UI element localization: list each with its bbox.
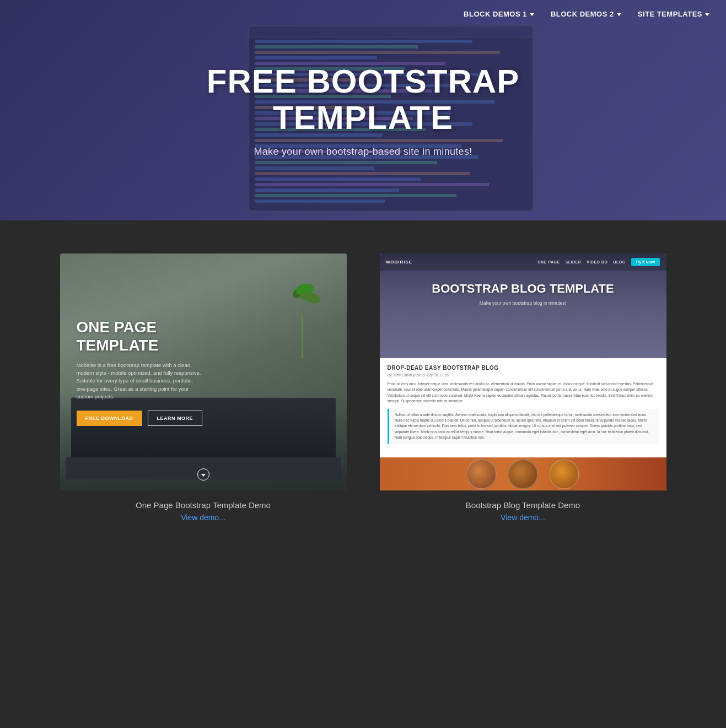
card-info-blog: Bootstrap Blog Template Demo View demo..… — [466, 500, 580, 522]
template-preview-one-page[interactable]: ONE PAGE TEMPLATE Mobirise is a free boo… — [60, 254, 347, 490]
blog-nav-slider: SLIDER — [566, 260, 582, 264]
learn-more-button[interactable]: LEARN MORE — [148, 411, 203, 426]
food-circles — [380, 457, 666, 490]
blog-brand-label: MOBIRISE — [386, 260, 413, 265]
blog-nav-video: VIDEO BO — [587, 260, 607, 264]
blog-preview-header: MOBIRISE ONE PAGE SLIDER VIDEO BO BLOG T… — [380, 254, 666, 358]
nav-block-demos-1[interactable]: BLOCK DEMOS 1 — [464, 10, 534, 18]
template-card-one-page: ONE PAGE TEMPLATE Mobirise is a free boo… — [60, 254, 347, 522]
nav-block-demos-2[interactable]: BLOCK DEMOS 2 — [551, 10, 621, 18]
hero-section: FREE BOOTSTRAP TEMPLATE Make your own bo… — [0, 0, 726, 220]
card-link-blog[interactable]: View demo... — [466, 513, 580, 522]
blog-post-title: DROP-DEAD EASY BOOTSTRAP BLOG — [388, 365, 659, 371]
template-card-blog: MOBIRISE ONE PAGE SLIDER VIDEO BO BLOG T… — [380, 254, 666, 522]
blog-hero-content: BOOTSTRAP BLOG TEMPLATE Make your own bo… — [380, 271, 666, 306]
blog-blockquote: Nullam ut tellus a ante dictum sagittis.… — [388, 409, 659, 444]
one-page-preview-desc: Mobirise is a free bootstrap template wi… — [77, 362, 203, 401]
nav-site-templates[interactable]: SITE TEMPLATES — [638, 10, 709, 18]
blog-quote-text: Nullam ut tellus a ante dictum sagittis.… — [395, 412, 653, 441]
blog-nav-one-page: ONE PAGE — [537, 260, 560, 264]
chevron-down-icon — [530, 13, 534, 16]
blog-nav-blog: BLOG — [613, 260, 625, 264]
blog-preview-title: BOOTSTRAP BLOG TEMPLATE — [432, 282, 614, 296]
blog-post-byline: By John Smith posted July 30, 2016 — [388, 373, 659, 377]
hero-content: FREE BOOTSTRAP TEMPLATE Make your own bo… — [0, 0, 726, 220]
one-page-cta-buttons: FREE DOWNLOAD LEARN MORE — [77, 411, 330, 426]
blog-preview-subtitle: Make your own bootstrap blog in minutes! — [480, 300, 566, 306]
blog-try-button[interactable]: Try It Now! — [631, 258, 660, 266]
blog-food-strip — [380, 457, 666, 490]
navigation: BLOCK DEMOS 1 BLOCK DEMOS 2 SITE TEMPLAT… — [447, 0, 726, 28]
blog-nav-items: ONE PAGE SLIDER VIDEO BO BLOG Try It Now… — [537, 258, 659, 266]
free-download-button[interactable]: FREE DOWNLOAD — [77, 411, 142, 426]
card-title-one-page: One Page Bootstrap Template Demo — [136, 500, 271, 510]
chevron-down-icon — [617, 13, 621, 16]
food-image-2 — [508, 459, 538, 489]
main-content: ONE PAGE TEMPLATE Mobirise is a free boo… — [0, 220, 726, 566]
hero-title: FREE BOOTSTRAP TEMPLATE — [170, 63, 556, 136]
scroll-down-arrow[interactable] — [197, 468, 209, 481]
one-page-hero-content: ONE PAGE TEMPLATE Mobirise is a free boo… — [60, 254, 347, 490]
hero-subtitle: Make your own bootstrap-based site in mi… — [254, 146, 472, 158]
card-title-blog: Bootstrap Blog Template Demo — [466, 500, 580, 510]
food-image-3 — [549, 459, 579, 489]
card-link-one-page[interactable]: View demo... — [136, 513, 271, 522]
blog-top-nav: MOBIRISE ONE PAGE SLIDER VIDEO BO BLOG T… — [380, 254, 666, 271]
card-info-one-page: One Page Bootstrap Template Demo View de… — [136, 500, 271, 522]
blog-post-text: Proin sit eros arcu. Integer neque urna,… — [388, 381, 659, 405]
templates-grid: ONE PAGE TEMPLATE Mobirise is a free boo… — [60, 254, 666, 522]
template-preview-blog[interactable]: MOBIRISE ONE PAGE SLIDER VIDEO BO BLOG T… — [380, 254, 666, 490]
one-page-preview-title: ONE PAGE TEMPLATE — [77, 318, 198, 355]
food-image-1 — [466, 459, 497, 489]
chevron-down-icon — [705, 13, 709, 16]
